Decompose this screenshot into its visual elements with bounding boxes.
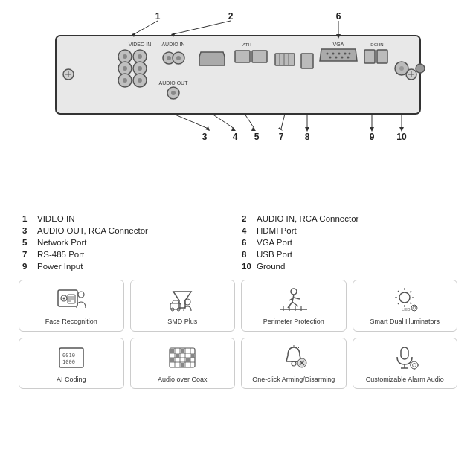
face-recognition-icon bbox=[55, 286, 88, 313]
svg-text:4: 4 bbox=[233, 132, 238, 142]
svg-rect-135 bbox=[170, 358, 174, 362]
svg-rect-133 bbox=[186, 358, 190, 362]
port-num: 3 bbox=[22, 226, 34, 235]
svg-rect-49 bbox=[377, 50, 387, 63]
svg-text:5: 5 bbox=[254, 132, 260, 142]
svg-point-149 bbox=[413, 363, 416, 367]
svg-point-21 bbox=[167, 56, 171, 60]
svg-text:LED: LED bbox=[402, 307, 411, 312]
svg-point-18 bbox=[138, 78, 142, 83]
port-list: 1 VIDEO IN 2 AUDIO IN, RCA Connector 3 A… bbox=[15, 214, 461, 271]
svg-point-23 bbox=[176, 56, 181, 60]
feature-card-smart-dual-illuminators: LED Smart Dual Illuminators bbox=[353, 280, 458, 332]
port-label: Network Port bbox=[37, 238, 86, 247]
port-num: 5 bbox=[22, 238, 34, 247]
smart-dual-illuminators-icon: LED bbox=[388, 286, 421, 313]
svg-point-39 bbox=[332, 53, 335, 55]
port-num: 2 bbox=[242, 214, 254, 223]
svg-rect-31 bbox=[275, 54, 295, 65]
svg-point-45 bbox=[341, 57, 344, 59]
svg-line-62 bbox=[173, 114, 208, 129]
svg-point-40 bbox=[338, 53, 341, 55]
svg-rect-136 bbox=[181, 363, 184, 367]
page-wrapper: VIDEO IN AUDIO IN AUDIO OUT bbox=[0, 0, 476, 476]
port-num: 7 bbox=[22, 250, 34, 259]
svg-marker-72 bbox=[278, 127, 283, 131]
port-num: 8 bbox=[242, 250, 254, 259]
feature-card-face-recognition: Face Recognition bbox=[19, 280, 124, 332]
audio-over-coax-label: Audio over Coax bbox=[158, 376, 208, 385]
svg-line-112 bbox=[398, 291, 399, 292]
svg-rect-131 bbox=[176, 354, 179, 358]
svg-rect-132 bbox=[181, 349, 184, 353]
port-item: 4 HDMI Port bbox=[242, 226, 454, 235]
face-recognition-label: Face Recognition bbox=[45, 318, 97, 327]
smart-dual-illuminators-label: Smart Dual Illuminators bbox=[370, 318, 440, 327]
svg-point-51 bbox=[399, 66, 404, 71]
port-label: AUDIO OUT, RCA Connector bbox=[37, 226, 148, 235]
smd-plus-icon bbox=[166, 286, 199, 313]
svg-text:9: 9 bbox=[370, 132, 375, 142]
feature-card-smd-plus: SMD Plus bbox=[130, 280, 236, 332]
ai-coding-icon: 0010 1000 bbox=[55, 344, 88, 371]
port-label: Ground bbox=[257, 262, 285, 271]
svg-point-10 bbox=[123, 66, 127, 71]
svg-point-46 bbox=[347, 57, 350, 59]
svg-rect-29 bbox=[235, 51, 250, 62]
one-click-arming-icon bbox=[277, 344, 310, 371]
svg-point-16 bbox=[138, 66, 142, 71]
diagram-section: VIDEO IN AUDIO IN AUDIO OUT bbox=[15, 7, 461, 208]
svg-point-14 bbox=[138, 54, 142, 59]
port-item: 9 Power Input bbox=[22, 262, 234, 271]
svg-text:AUDIO IN: AUDIO IN bbox=[161, 42, 184, 47]
feature-card-ai-coding: 0010 1000 AI Coding bbox=[19, 338, 124, 390]
port-item-network: 5 Network Port bbox=[22, 238, 234, 247]
port-item: 3 AUDIO OUT, RCA Connector bbox=[22, 226, 234, 235]
svg-text:7: 7 bbox=[279, 132, 284, 142]
feature-card-customizable-alarm: Customizable Alarm Audio bbox=[353, 338, 458, 390]
svg-point-38 bbox=[327, 53, 329, 55]
svg-rect-30 bbox=[252, 51, 267, 62]
svg-point-8 bbox=[123, 54, 127, 59]
svg-line-68 bbox=[245, 114, 254, 129]
svg-line-98 bbox=[288, 302, 292, 308]
svg-rect-145 bbox=[401, 347, 408, 359]
svg-point-85 bbox=[62, 298, 65, 300]
feature-card-perimeter-protection: Perimeter Protection bbox=[241, 280, 347, 332]
port-item: 8 USB Port bbox=[242, 250, 454, 259]
svg-rect-130 bbox=[170, 349, 174, 353]
svg-text:1: 1 bbox=[155, 11, 161, 22]
svg-marker-91 bbox=[173, 292, 191, 308]
svg-text:3: 3 bbox=[202, 132, 208, 142]
port-label: USB Port bbox=[257, 250, 292, 259]
svg-point-12 bbox=[123, 78, 127, 83]
svg-text:ATH: ATH bbox=[242, 42, 251, 47]
svg-text:AUDIO OUT: AUDIO OUT bbox=[159, 80, 189, 86]
svg-text:1000: 1000 bbox=[62, 359, 75, 365]
one-click-arming-label: One-click Arming/Disarming bbox=[252, 376, 335, 385]
svg-point-90 bbox=[78, 292, 84, 298]
svg-line-115 bbox=[398, 303, 399, 304]
svg-point-52 bbox=[416, 64, 425, 73]
svg-rect-35 bbox=[301, 54, 313, 68]
svg-point-26 bbox=[171, 91, 176, 95]
port-label: Power Input bbox=[37, 262, 83, 271]
svg-point-41 bbox=[344, 53, 347, 55]
svg-point-42 bbox=[349, 53, 351, 55]
customizable-alarm-icon bbox=[388, 344, 421, 371]
port-item: 6 VGA Port bbox=[242, 238, 454, 247]
svg-marker-37 bbox=[320, 49, 357, 61]
smd-plus-label: SMD Plus bbox=[167, 318, 197, 327]
svg-point-118 bbox=[413, 306, 416, 309]
port-num: 1 bbox=[22, 214, 34, 223]
svg-rect-0 bbox=[56, 36, 420, 114]
svg-point-138 bbox=[292, 361, 296, 366]
ai-coding-label: AI Coding bbox=[57, 376, 86, 385]
diagram-svg: VIDEO IN AUDIO IN AUDIO OUT bbox=[15, 7, 461, 207]
svg-text:VGA: VGA bbox=[333, 42, 344, 47]
port-item: 7 RS-485 Port bbox=[22, 250, 234, 259]
svg-line-71 bbox=[281, 114, 285, 129]
perimeter-protection-icon bbox=[277, 286, 310, 313]
svg-line-65 bbox=[212, 114, 234, 129]
port-num: 9 bbox=[22, 262, 34, 271]
